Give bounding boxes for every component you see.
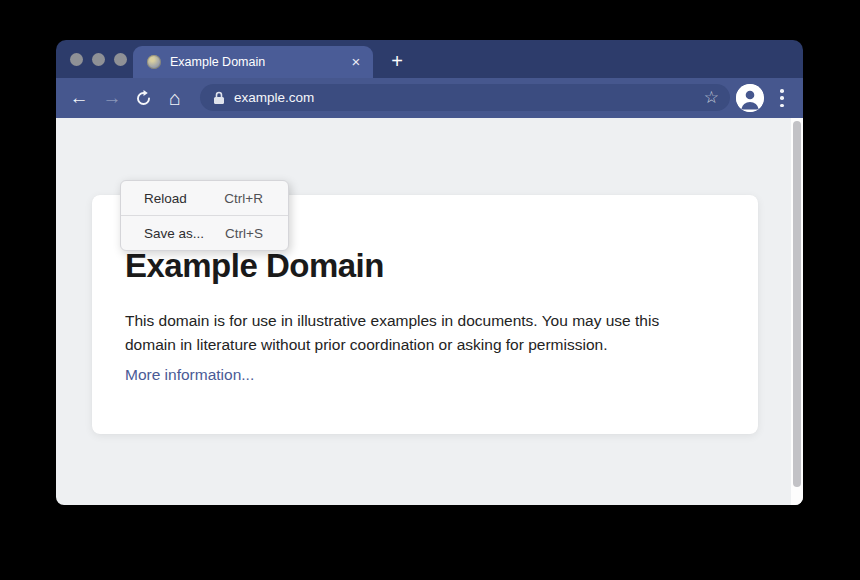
titlebar: Example Domain × + [56, 40, 803, 78]
context-menu-item-reload[interactable]: Reload Ctrl+R [121, 181, 288, 215]
page-paragraph: This domain is for use in illustrative e… [125, 309, 659, 357]
context-menu-item-save-as[interactable]: Save as... Ctrl+S [121, 216, 288, 250]
paragraph-line-1: This domain is for use in illustrative e… [125, 312, 659, 329]
tab-title: Example Domain [170, 55, 265, 69]
browser-window: Example Domain × + ← → ⌂ example.com ☆ [56, 40, 803, 505]
paragraph-line-2: domain in literature without prior coord… [125, 336, 607, 353]
bookmark-star-icon[interactable]: ☆ [704, 87, 719, 108]
tab-example-domain[interactable]: Example Domain × [133, 46, 373, 78]
reload-icon[interactable] [130, 78, 156, 118]
scrollbar-thumb[interactable] [793, 121, 801, 487]
menu-item-shortcut: Ctrl+S [225, 226, 263, 241]
toolbar: ← → ⌂ example.com ☆ [56, 78, 803, 118]
maximize-window-button[interactable] [114, 53, 127, 66]
overflow-menu-icon[interactable] [776, 89, 788, 107]
back-icon[interactable]: ← [66, 78, 92, 118]
scrollbar-track[interactable] [791, 118, 803, 505]
forward-icon[interactable]: → [99, 78, 125, 118]
context-menu: Reload Ctrl+R Save as... Ctrl+S [120, 180, 289, 251]
page-title: Example Domain [125, 247, 384, 285]
url-text: example.com [234, 90, 314, 105]
menu-item-shortcut: Ctrl+R [224, 191, 263, 206]
close-window-button[interactable] [70, 53, 83, 66]
page-viewport: Example Domain This domain is for use in… [56, 118, 803, 505]
globe-favicon-icon [147, 55, 161, 69]
close-tab-icon[interactable]: × [347, 53, 365, 71]
lock-icon [213, 91, 225, 105]
traffic-lights [70, 53, 127, 66]
home-icon[interactable]: ⌂ [162, 78, 188, 118]
profile-icon[interactable] [736, 84, 764, 112]
address-bar[interactable]: example.com ☆ [200, 84, 730, 111]
minimize-window-button[interactable] [92, 53, 105, 66]
new-tab-button[interactable]: + [386, 49, 408, 75]
menu-item-label: Save as... [144, 226, 204, 241]
more-information-link[interactable]: More information... [125, 366, 254, 384]
menu-item-label: Reload [144, 191, 187, 206]
